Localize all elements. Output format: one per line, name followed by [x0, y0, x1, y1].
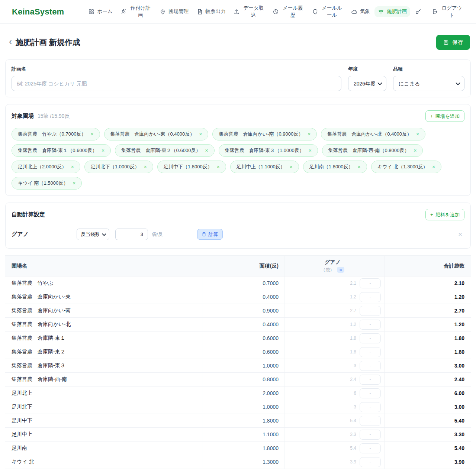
chip-remove-icon[interactable]: × [73, 181, 75, 186]
amount-input[interactable] [115, 229, 148, 240]
field-chip-label: 集落営農 倉庫隣-東３（1.0000反） [225, 147, 304, 154]
calc-mode-select[interactable]: 反当袋数 [77, 229, 109, 240]
table-row-9: 足川北下 1.0000 3 3.00 [5, 400, 471, 414]
table-row-1: 集落営農 倉庫向かい-東 0.4000 1.2 1.20 [5, 290, 471, 304]
calculate-button-label: 計算 [209, 231, 218, 238]
override-amount-input[interactable] [360, 430, 381, 440]
field-chip-8: 足川北上（2.0000反） × [12, 161, 80, 173]
save-button[interactable]: 保存 [436, 35, 470, 50]
suggested-amount: 1.8 [350, 336, 356, 341]
field-chip-5: 集落営農 倉庫隣-東２（0.6000反） × [115, 144, 214, 157]
approx-badge[interactable]: ≈ [337, 267, 344, 273]
chip-remove-icon[interactable]: × [217, 164, 220, 169]
total-bags-cell: 1.20 [385, 318, 471, 331]
col-area: 面積(反) [203, 256, 284, 276]
field-chip-12: 足川南（1.8000反） × [303, 161, 367, 173]
override-amount-input[interactable] [360, 306, 381, 316]
chip-remove-icon[interactable]: × [358, 164, 361, 169]
area-cell: 0.7000 [203, 276, 284, 290]
variety-select[interactable]: にこまる [393, 76, 464, 91]
chip-remove-icon[interactable]: × [205, 148, 208, 153]
field-chip-label: 足川南（1.8000反） [309, 164, 353, 170]
chip-remove-icon[interactable]: × [414, 148, 416, 153]
field-chip-9: 足川北下（1.0000反） × [84, 161, 153, 173]
suggested-amount: 1.8 [350, 349, 356, 355]
map-pin-icon [160, 9, 166, 15]
suggested-amount: 3.9 [350, 459, 356, 465]
override-amount-input[interactable] [360, 457, 381, 467]
override-amount-input[interactable] [360, 416, 381, 426]
plan-name-input[interactable] [12, 76, 341, 91]
override-amount-input[interactable] [360, 320, 381, 330]
chip-remove-icon[interactable]: × [144, 164, 147, 169]
area-cell: 2.0000 [203, 386, 284, 400]
calculate-button[interactable]: 計算 [197, 229, 223, 240]
area-cell: 0.6000 [203, 345, 284, 359]
year-select[interactable]: 2026年度 [348, 76, 386, 91]
fertilizer-calc-row: グアノ 反当袋数 袋/反 計算 × [12, 229, 464, 240]
chip-remove-icon[interactable]: × [309, 148, 312, 153]
nav-item-mail-history[interactable]: メール履歴 [269, 3, 307, 20]
override-amount-input[interactable] [360, 278, 381, 288]
override-amount-input[interactable] [360, 443, 381, 453]
back-button[interactable]: ‹ [6, 37, 16, 48]
override-amount-input[interactable] [360, 375, 381, 385]
table-row-13: キウイ 北 1.3000 3.9 3.90 [5, 455, 471, 469]
add-field-button[interactable]: + 圃場を追加 [425, 110, 464, 122]
suggested-amount: 5.4 [350, 446, 356, 451]
col-total-bags: 合計袋数 [385, 256, 471, 276]
nav-item-field-manage[interactable]: 圃場管理 [156, 6, 192, 17]
override-amount-input[interactable] [360, 388, 381, 398]
area-cell: 1.3000 [203, 455, 284, 469]
target-fields-title: 対象圃場 [12, 113, 34, 120]
total-bags-cell: 5.40 [385, 441, 471, 455]
field-name-cell: 集落営農 竹やぶ [5, 276, 203, 290]
cloud-icon [351, 9, 357, 15]
total-bags-cell: 1.80 [385, 331, 471, 345]
chip-remove-icon[interactable]: × [199, 132, 202, 137]
logout-icon [432, 9, 438, 15]
total-bags-cell: 3.30 [385, 428, 471, 441]
field-chip-label: キウイ 北（1.3000反） [377, 164, 428, 170]
total-bags-cell: 3.90 [385, 455, 471, 469]
nav-item-data-import[interactable]: データ取込 [230, 3, 268, 20]
field-name-cell: 足川北上 [5, 386, 203, 400]
field-name-cell: 集落営農 倉庫向かい-南 [5, 304, 203, 317]
chip-remove-icon[interactable]: × [290, 164, 293, 169]
nav-item-fertilization[interactable]: 施肥計画 [374, 6, 410, 17]
nav-item-mail-rules[interactable]: メールルール [309, 3, 347, 20]
table-row-3: 集落営農 倉庫向かい-北 0.4000 1.2 1.20 [5, 318, 471, 331]
area-cell: 0.8000 [203, 373, 284, 386]
chip-remove-icon[interactable]: × [102, 148, 104, 153]
field-chip-10: 足川中下（1.8000反） × [157, 161, 226, 173]
nav-item-weather[interactable]: 気象 [348, 6, 373, 17]
chip-remove-icon[interactable]: × [90, 132, 93, 137]
field-chip-0: 集落営農 竹やぶ（0.7000反） × [12, 128, 100, 140]
override-amount-input[interactable] [360, 292, 381, 302]
nav-item-report-output[interactable]: 帳票出力 [193, 6, 229, 17]
variety-label: 品種 [393, 66, 464, 72]
remove-fertilizer-icon[interactable]: × [458, 231, 464, 238]
field-name-cell: 集落営農 倉庫隣-東２ [5, 345, 203, 359]
chip-remove-icon[interactable]: × [71, 164, 74, 169]
override-amount-input[interactable] [360, 347, 381, 357]
nav-item-home[interactable]: ホーム [85, 6, 116, 17]
chip-remove-icon[interactable]: × [432, 164, 435, 169]
override-amount-input[interactable] [360, 333, 381, 343]
override-amount-input[interactable] [360, 402, 381, 412]
nav-item-planting-plan[interactable]: 作付け計画 [117, 3, 155, 20]
override-amount-input[interactable] [360, 361, 381, 371]
add-fertilizer-button[interactable]: + 肥料を追加 [425, 209, 464, 220]
total-bags-cell: 2.40 [385, 373, 471, 386]
suggested-amount: 1.2 [350, 322, 356, 327]
nav-item-api-key[interactable] [412, 7, 427, 17]
chip-remove-icon[interactable]: × [308, 132, 311, 137]
table-row-8: 足川北上 2.0000 6 6.00 [5, 386, 471, 400]
chip-remove-icon[interactable]: × [416, 132, 419, 137]
brand-logo[interactable]: KeinaSystem [12, 7, 64, 17]
suggested-amount: 3 [354, 404, 356, 410]
field-chip-6: 集落営農 倉庫隣-東３（1.0000反） × [219, 144, 318, 157]
field-name-cell: 集落営農 倉庫向かい-東 [5, 290, 203, 304]
nav-item-logout[interactable]: ログアウト [428, 3, 466, 20]
plus-icon: + [430, 113, 433, 119]
